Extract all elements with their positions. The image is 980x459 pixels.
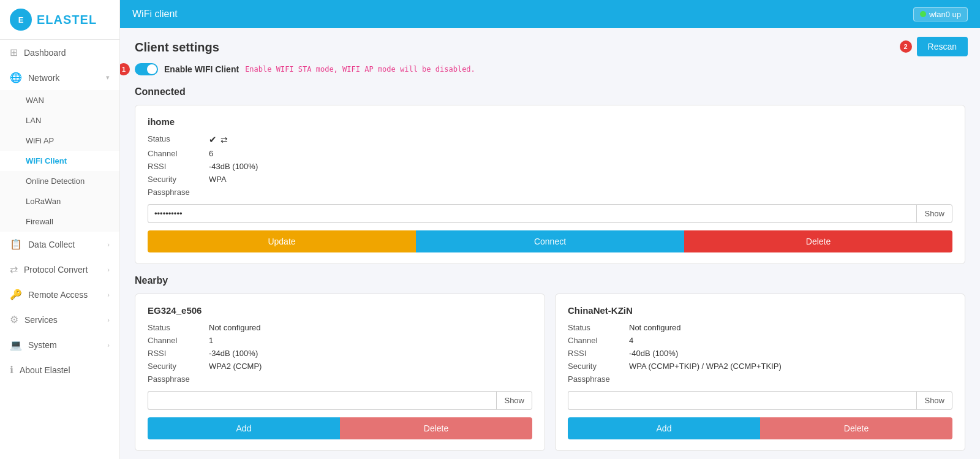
sidebar-item-network[interactable]: 🌐 Network ▾	[0, 65, 119, 90]
nearby-grid: EG324_e506 Status Not configured Channel…	[135, 294, 965, 459]
nearby-network-name-1: EG324_e506	[148, 305, 532, 316]
logo-text: ELASTEL	[37, 13, 97, 27]
rescan-button[interactable]: Rescan	[917, 37, 968, 56]
wifi-dot	[920, 11, 926, 17]
delete-button-1[interactable]: Delete	[340, 417, 532, 439]
channel-value-1: 1	[209, 336, 532, 345]
chevron-right-icon: ›	[107, 241, 110, 248]
chevron-right-icon: ›	[107, 341, 110, 349]
sidebar-item-label: System	[28, 340, 57, 350]
security-label: Security	[148, 362, 209, 371]
connect-button[interactable]: Connect	[416, 230, 684, 252]
delete-button[interactable]: Delete	[684, 230, 952, 252]
sidebar-item-label: Services	[24, 315, 58, 325]
nearby-network-name-2: ChinaNet-KZiN	[568, 305, 952, 316]
passphrase-row-2: Show	[568, 391, 952, 410]
security-value: WPA	[209, 175, 952, 184]
chevron-right-icon: ›	[107, 291, 110, 298]
system-icon: 💻	[10, 339, 22, 351]
sidebar-item-dashboard[interactable]: ⊞ Dashboard	[0, 40, 119, 65]
rssi-label: RSSI	[148, 162, 209, 171]
passphrase-value-2	[629, 374, 952, 384]
connected-network-card: ihome Status ✔ ⇄ Channel 6 RSSI -43dB (1…	[135, 105, 965, 264]
nearby-card-chinanet: ChinaNet-KZiN Status Not configured Chan…	[555, 294, 965, 451]
enable-label: Enable WIFI Client	[164, 64, 239, 74]
channel-label: Channel	[148, 149, 209, 158]
sidebar-item-datacollect[interactable]: 📋 Data Collect ›	[0, 232, 119, 257]
sidebar-item-wan[interactable]: WAN	[0, 90, 119, 110]
sidebar-item-onlinedetection[interactable]: Online Detection	[0, 171, 119, 191]
sidebar-item-wificlient[interactable]: WiFi Client	[0, 151, 119, 171]
sidebar-item-remoteaccess[interactable]: 🔑 Remote Access ›	[0, 282, 119, 307]
nearby-network-info-1: Status Not configured Channel 1 RSSI -34…	[148, 323, 532, 384]
badge-2: 2	[900, 40, 912, 53]
wifi-status-badge: wlan0 up	[913, 7, 968, 21]
add-button-1[interactable]: Add	[148, 417, 340, 439]
passphrase-input-1[interactable]	[148, 391, 496, 410]
passphrase-input[interactable]	[148, 204, 916, 223]
connected-network-name: ihome	[148, 116, 952, 127]
sidebar-item-protocolconvert[interactable]: ⇄ Protocol Convert ›	[0, 257, 119, 282]
sidebar-item-system[interactable]: 💻 System ›	[0, 332, 119, 357]
nearby-network-info-2: Status Not configured Channel 4 RSSI -40…	[568, 323, 952, 384]
sidebar-item-firewall[interactable]: Firewall	[0, 211, 119, 232]
sidebar-item-wifiap[interactable]: WiFi AP	[0, 131, 119, 151]
enable-wifi-toggle[interactable]	[135, 63, 158, 75]
sidebar-item-lan[interactable]: LAN	[0, 110, 119, 131]
nearby-card-eg324: EG324_e506 Status Not configured Channel…	[135, 294, 545, 451]
network-submenu: WAN LAN WiFi AP WiFi Client Online Detec…	[0, 90, 119, 232]
topbar-title: WiFi client	[132, 9, 178, 20]
content-area: Client settings 1 Enable WIFI Client Ena…	[120, 28, 980, 459]
sidebar-item-label: Data Collect	[28, 240, 75, 249]
status-label: Status	[568, 323, 629, 332]
sidebar-item-label: Protocol Convert	[24, 265, 88, 275]
show-password-button[interactable]: Show	[916, 204, 952, 223]
enable-note: Enable WIFI STA mode, WIFI AP mode will …	[245, 65, 475, 74]
passphrase-input-2[interactable]	[568, 391, 916, 410]
sidebar-item-label: Remote Access	[28, 290, 88, 300]
status-value-2: Not configured	[629, 323, 952, 332]
enable-toggle-row: 1 Enable WIFI Client Enable WIFI STA mod…	[135, 63, 965, 75]
badge-1: 1	[120, 63, 130, 75]
show-password-button-2[interactable]: Show	[916, 391, 952, 410]
connected-action-buttons: Update Connect Delete	[148, 230, 952, 252]
rssi-value-1: -34dB (100%)	[209, 349, 532, 358]
add-button-2[interactable]: Add	[568, 417, 760, 439]
security-label: Security	[148, 175, 209, 184]
show-password-button-1[interactable]: Show	[496, 391, 532, 410]
nearby-action-buttons-2: Add Delete	[568, 417, 952, 439]
status-label: Status	[148, 134, 209, 145]
nearby-section-title: Nearby	[135, 275, 965, 286]
rssi-label: RSSI	[148, 349, 209, 358]
page-title: Client settings	[135, 40, 965, 55]
chevron-right-icon: ›	[107, 316, 110, 324]
passphrase-value	[209, 188, 952, 197]
passphrase-label: Passphrase	[148, 374, 209, 384]
rescan-area: 2 Rescan	[900, 37, 968, 56]
update-button[interactable]: Update	[148, 230, 416, 252]
sidebar-item-aboutelastel[interactable]: ℹ About Elastel	[0, 357, 119, 382]
security-label: Security	[568, 362, 629, 371]
network-icon: 🌐	[10, 72, 22, 83]
security-value-1: WPA2 (CCMP)	[209, 362, 532, 371]
sidebar-item-lorawan[interactable]: LoRaWan	[0, 191, 119, 211]
chevron-down-icon: ▾	[106, 74, 110, 82]
services-icon: ⚙	[10, 314, 18, 325]
sidebar-item-services[interactable]: ⚙ Services ›	[0, 307, 119, 332]
chevron-right-icon: ›	[107, 266, 110, 273]
channel-label: Channel	[148, 336, 209, 345]
sidebar-item-label: Network	[28, 73, 59, 83]
sidebar-menu: ⊞ Dashboard 🌐 Network ▾ WAN LAN WiFi AP …	[0, 40, 119, 459]
rssi-label: RSSI	[568, 349, 629, 358]
passphrase-row-1: Show	[148, 391, 532, 410]
delete-button-2[interactable]: Delete	[760, 417, 952, 439]
channel-label: Channel	[568, 336, 629, 345]
remoteaccess-icon: 🔑	[10, 289, 22, 300]
dashboard-icon: ⊞	[10, 47, 18, 58]
sidebar-item-label: About Elastel	[20, 365, 70, 375]
status-label: Status	[148, 323, 209, 332]
security-value-2: WPA (CCMP+TKIP) / WPA2 (CCMP+TKIP)	[629, 362, 952, 371]
logo-icon: E	[10, 9, 32, 31]
connected-section-title: Connected	[135, 86, 965, 97]
sidebar-item-label: Dashboard	[24, 48, 66, 58]
